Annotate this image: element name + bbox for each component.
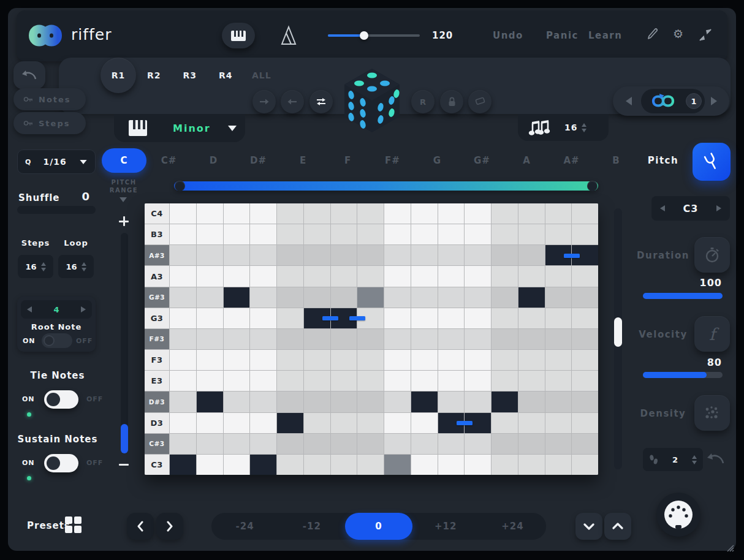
grid-cell-c3-13[interactable] xyxy=(492,455,518,475)
grid-cell-e3-11[interactable] xyxy=(438,371,465,391)
grid-cell-c4-13[interactable] xyxy=(492,203,518,224)
grid-cell-c4-12[interactable] xyxy=(465,203,491,224)
retrigger-button[interactable]: R xyxy=(411,90,435,113)
loop-pill[interactable]: 1 xyxy=(641,89,705,113)
root-next-icon[interactable] xyxy=(81,306,86,312)
beat-stepper[interactable] xyxy=(582,123,586,132)
grid-cell-e3-14[interactable] xyxy=(518,371,545,391)
grid-cell-f3-8[interactable] xyxy=(357,350,384,370)
shuffle-slider[interactable] xyxy=(17,206,96,214)
grid-cell-g3-10[interactable] xyxy=(411,308,438,328)
grid-cell-gsharp3-11[interactable] xyxy=(438,287,465,308)
sustain-notes-toggle[interactable] xyxy=(44,454,78,472)
grid-cell-b3-4[interactable] xyxy=(250,224,276,244)
grid-cell-d3-15[interactable] xyxy=(545,413,572,433)
grid-cell-b3-5[interactable] xyxy=(277,224,303,244)
grid-cell-b3-6[interactable] xyxy=(304,224,330,244)
grid-cell-c3-11[interactable] xyxy=(438,455,465,475)
grid-cell-fsharp3-14[interactable] xyxy=(518,329,545,349)
grid-cell-fsharp3-3[interactable] xyxy=(224,329,250,349)
grid-cell-c3-2[interactable] xyxy=(197,455,223,475)
loop-next-button[interactable] xyxy=(711,97,717,105)
undo-button[interactable]: Undo xyxy=(493,30,523,41)
grid-cell-dsharp3-12[interactable] xyxy=(465,392,491,412)
grid-cell-c4-8[interactable] xyxy=(357,203,384,224)
grid-cell-dsharp3-4[interactable] xyxy=(250,392,276,412)
shift-right-button[interactable] xyxy=(252,90,276,113)
transpose-+12[interactable]: +12 xyxy=(412,513,479,540)
octave-selector[interactable]: C3 xyxy=(651,196,730,221)
note-key-asharp[interactable]: A# xyxy=(549,148,594,173)
grid-cell-dsharp3-1[interactable] xyxy=(170,392,196,412)
grid-cell-a3-3[interactable] xyxy=(224,266,250,286)
note-key-g[interactable]: G xyxy=(415,148,460,173)
midi-indicator[interactable] xyxy=(656,493,700,537)
grid-cell-c4-10[interactable] xyxy=(411,203,438,224)
chevron-down-icon[interactable] xyxy=(120,197,127,202)
grid-cell-b3-9[interactable] xyxy=(384,224,411,244)
velocity-bar[interactable] xyxy=(322,316,338,320)
grid-cell-e3-7[interactable] xyxy=(331,371,357,391)
transpose--24[interactable]: -24 xyxy=(211,513,278,540)
velocity-button[interactable]: f xyxy=(694,316,730,352)
grid-cell-a3-11[interactable] xyxy=(438,266,465,286)
grid-cell-csharp3-11[interactable] xyxy=(438,434,465,454)
loop-stepper-arrows[interactable] xyxy=(82,262,86,271)
grid-cell-a3-15[interactable] xyxy=(545,266,572,286)
grid-cell-c4-14[interactable] xyxy=(518,203,545,224)
grid-cell-g3-12[interactable] xyxy=(465,308,491,328)
grid-cell-gsharp3-2[interactable] xyxy=(197,287,223,308)
duration-button[interactable] xyxy=(694,237,730,273)
grid-cell-gsharp3-5[interactable] xyxy=(277,287,303,308)
grid-cell-c3-3[interactable] xyxy=(224,455,250,475)
lock-button[interactable] xyxy=(440,90,463,113)
grid-cell-csharp3-7[interactable] xyxy=(331,434,357,454)
grid-cell-e3-2[interactable] xyxy=(197,371,223,391)
grid-cell-dsharp3-7[interactable] xyxy=(331,392,357,412)
transpose-+24[interactable]: +24 xyxy=(479,513,546,540)
grid-cell-fsharp3-7[interactable] xyxy=(331,329,357,349)
note-key-dsharp[interactable]: D# xyxy=(236,148,281,173)
grid-cell-d3-14[interactable] xyxy=(518,413,545,433)
grid-cell-gsharp3-13[interactable] xyxy=(492,287,518,308)
scale-selector[interactable]: Minor xyxy=(114,114,245,142)
panic-button[interactable]: Panic xyxy=(546,30,579,41)
grid-cell-dsharp3-8[interactable] xyxy=(357,392,384,412)
grid-cell-f3-1[interactable] xyxy=(170,350,196,370)
eraser-button[interactable] xyxy=(468,90,492,113)
range-decrease-button[interactable] xyxy=(119,464,129,466)
grid-cell-fsharp3-15[interactable] xyxy=(545,329,572,349)
notes-lock-button[interactable]: Notes xyxy=(13,88,86,110)
grid-cell-c4-15[interactable] xyxy=(545,203,572,224)
grid-cell-c4-7[interactable] xyxy=(331,203,357,224)
note-key-csharp[interactable]: C# xyxy=(146,148,191,173)
grid-cell-dsharp3-10[interactable] xyxy=(411,392,438,412)
grid-cell-c4-4[interactable] xyxy=(250,203,276,224)
grid-cell-csharp3-14[interactable] xyxy=(518,434,545,454)
grid-cell-g3-9[interactable] xyxy=(384,308,411,328)
grid-cell-c3-15[interactable] xyxy=(545,455,572,475)
octave-next-icon[interactable] xyxy=(716,205,721,211)
velocity-bar[interactable] xyxy=(349,316,365,320)
grid-cell-f3-4[interactable] xyxy=(250,350,276,370)
grid-cell-c4-11[interactable] xyxy=(438,203,465,224)
randomize-dice[interactable] xyxy=(343,68,401,133)
grid-cell-csharp3-12[interactable] xyxy=(465,434,491,454)
grid-cell-d3-10[interactable] xyxy=(411,413,438,433)
grid-scrollbar[interactable] xyxy=(614,208,622,469)
transpose--12[interactable]: -12 xyxy=(278,513,345,540)
grid-cell-g3-15[interactable] xyxy=(545,308,572,328)
grid-cell-a3-9[interactable] xyxy=(384,266,411,286)
grid-cell-f3-11[interactable] xyxy=(438,350,465,370)
learn-button[interactable]: Learn xyxy=(588,30,622,41)
grid-cell-dsharp3-15[interactable] xyxy=(545,392,572,412)
grid-cell-c4-3[interactable] xyxy=(224,203,250,224)
range-handle-left[interactable] xyxy=(175,181,185,191)
grid-cell-f3-7[interactable] xyxy=(331,350,357,370)
grid-cell-asharp3-14[interactable] xyxy=(518,245,545,265)
velocity-bar[interactable] xyxy=(564,254,580,258)
grid-cell-f3-2[interactable] xyxy=(197,350,223,370)
grid-cell-e3-6[interactable] xyxy=(304,371,330,391)
grid-cell-f3-9[interactable] xyxy=(384,350,411,370)
grid-cell-g3-13[interactable] xyxy=(492,308,518,328)
